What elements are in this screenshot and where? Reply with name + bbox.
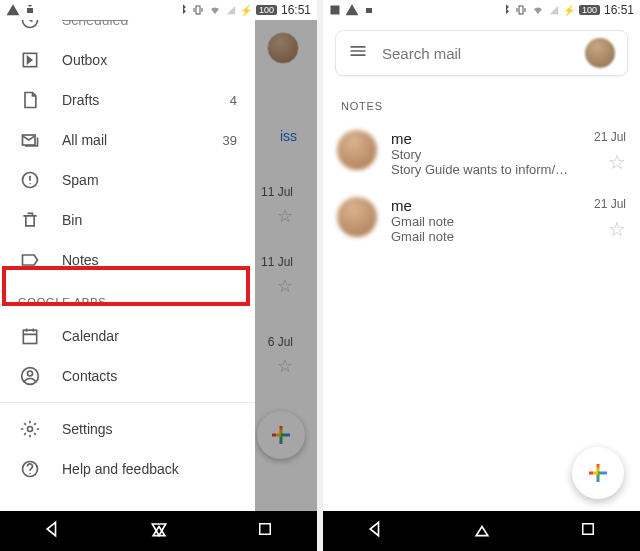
star-icon[interactable]: ☆ (608, 150, 626, 174)
svg-rect-5 (23, 330, 36, 343)
sidebar-item-label: Contacts (62, 368, 237, 384)
status-bar: ⚡ 100 16:51 (0, 0, 317, 20)
mail-row[interactable]: me Story Story Guide wants to inform/war… (323, 120, 640, 187)
bluetooth-icon (178, 4, 188, 16)
svg-rect-13 (583, 524, 594, 535)
mail-row[interactable]: me Gmail note Gmail note 21 Jul ☆ (323, 187, 640, 254)
apps-section-label: GOOGLE APPS (0, 280, 255, 316)
divider (0, 402, 255, 403)
sidebar-item-bin[interactable]: Bin (0, 200, 255, 240)
sidebar-item-label: All mail (62, 132, 223, 148)
sidebar-item-label: Settings (62, 421, 237, 437)
svg-point-1 (23, 20, 38, 28)
sidebar-item-count: 4 (230, 93, 237, 108)
sidebar-item-label: Notes (62, 252, 237, 268)
svg-rect-12 (519, 6, 523, 14)
notes-icon (18, 248, 42, 272)
sidebar-item-allmail[interactable]: All mail 39 (0, 120, 255, 160)
warning-icon (6, 3, 20, 17)
status-time: 16:51 (604, 3, 634, 17)
bluetooth-icon (501, 4, 511, 16)
android-icon (24, 4, 36, 16)
android-navbar (0, 511, 317, 551)
contacts-icon (18, 364, 42, 388)
scrim[interactable] (255, 20, 317, 511)
wifi-icon (531, 4, 545, 16)
back-icon[interactable] (366, 519, 386, 543)
mail-date: 21 Jul (594, 130, 626, 144)
charge-icon: ⚡ (240, 5, 252, 16)
bin-icon (18, 208, 42, 232)
sidebar-item-calendar[interactable]: Calendar (0, 316, 255, 356)
sidebar-item-notes[interactable]: Notes (0, 240, 255, 280)
sidebar-item-spam[interactable]: Spam (0, 160, 255, 200)
android-icon (363, 4, 375, 16)
sidebar-item-help[interactable]: Help and feedback (0, 449, 255, 489)
sidebar-item-drafts[interactable]: Drafts 4 (0, 80, 255, 120)
sidebar-item-label: Bin (62, 212, 237, 228)
recents-icon[interactable] (579, 520, 597, 542)
recents-icon[interactable] (256, 520, 274, 542)
spam-icon (18, 168, 42, 192)
sidebar-item-count: 39 (223, 133, 237, 148)
sender-avatar (337, 130, 377, 170)
sidebar-item-label: Spam (62, 172, 237, 188)
mail-container: Search mail NOTES me Story Story Guide w… (323, 20, 640, 511)
sidebar-item-scheduled[interactable]: Scheduled (0, 20, 255, 40)
status-time: 16:51 (281, 3, 311, 17)
vibrate-icon (192, 4, 204, 16)
status-bar: ⚡ 100 16:51 (323, 0, 640, 20)
vibrate-icon (515, 4, 527, 16)
plus-icon (589, 464, 607, 482)
sidebar-item-label: Outbox (62, 52, 237, 68)
sidebar-item-contacts[interactable]: Contacts (0, 356, 255, 396)
svg-point-8 (28, 427, 33, 432)
signal-icon (226, 4, 236, 16)
battery-indicator: 100 (256, 5, 277, 15)
sidebar-item-label: Scheduled (62, 20, 237, 28)
sidebar-item-label: Calendar (62, 328, 237, 344)
svg-rect-11 (331, 6, 340, 15)
account-avatar[interactable] (585, 38, 615, 68)
outbox-icon (18, 48, 42, 72)
phone-left: ⚡ 100 16:51 iss 11 Jul ☆ 11 Jul ☆ 6 Jul … (0, 0, 317, 551)
menu-icon[interactable] (348, 41, 368, 65)
compose-fab[interactable] (572, 447, 624, 499)
back-icon[interactable] (43, 519, 63, 543)
sidebar-item-outbox[interactable]: Outbox (0, 40, 255, 80)
home-icon[interactable] (472, 519, 492, 543)
mail-snippet: Gmail note (391, 229, 571, 244)
sidebar-item-settings[interactable]: Settings (0, 409, 255, 449)
calendar-icon (18, 324, 42, 348)
sender-name: me (391, 197, 580, 214)
charge-icon: ⚡ (563, 5, 575, 16)
draft-icon (18, 88, 42, 112)
home-icon[interactable] (149, 519, 169, 543)
sidebar-item-label: Drafts (62, 92, 230, 108)
wifi-icon (208, 4, 222, 16)
search-placeholder: Search mail (382, 45, 571, 62)
sender-name: me (391, 130, 580, 147)
mail-subject: Gmail note (391, 214, 580, 229)
mail-snippet: Story Guide wants to inform/warn pa… (391, 162, 571, 177)
svg-point-6 (28, 371, 33, 376)
mail-subject: Story (391, 147, 580, 162)
search-bar[interactable]: Search mail (335, 30, 628, 76)
android-navbar (323, 511, 640, 551)
image-icon (329, 4, 341, 16)
signal-icon (549, 4, 559, 16)
svg-rect-0 (196, 6, 200, 14)
star-icon[interactable]: ☆ (608, 217, 626, 241)
help-icon (18, 457, 42, 481)
svg-rect-10 (260, 524, 271, 535)
allmail-icon (18, 128, 42, 152)
phone-right: ⚡ 100 16:51 Search mail NOTES me Story S… (323, 0, 640, 551)
sidebar-item-label: Help and feedback (62, 461, 237, 477)
navigation-drawer: Scheduled Outbox Drafts 4 All mail 39 Sp… (0, 20, 255, 511)
warning-icon (345, 3, 359, 17)
settings-icon (18, 417, 42, 441)
mail-date: 21 Jul (594, 197, 626, 211)
section-label: NOTES (323, 86, 640, 120)
sender-avatar (337, 197, 377, 237)
clock-icon (18, 20, 42, 32)
